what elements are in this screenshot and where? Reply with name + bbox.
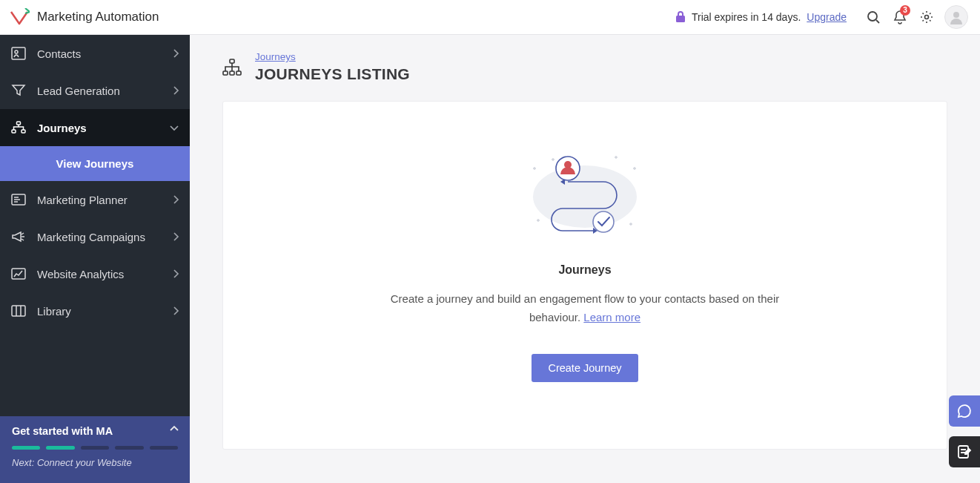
svg-point-17 xyxy=(533,165,637,228)
subitem-label: View Journeys xyxy=(56,157,134,170)
page-header: Journeys JOURNEYS LISTING xyxy=(190,35,980,83)
sidebar-item-website-analytics[interactable]: Website Analytics xyxy=(0,255,190,292)
sidebar-item-library[interactable]: Library xyxy=(0,292,190,329)
svg-rect-11 xyxy=(12,269,25,279)
contacts-icon xyxy=(10,47,27,60)
progress-step xyxy=(46,446,74,450)
svg-rect-13 xyxy=(230,59,234,63)
progress-step xyxy=(81,446,109,450)
sidebar-item-journeys[interactable]: Journeys xyxy=(0,109,190,146)
svg-rect-9 xyxy=(21,130,25,133)
journeys-page-icon xyxy=(222,59,242,76)
app-logo-icon xyxy=(9,8,30,26)
svg-line-2 xyxy=(876,20,879,23)
trial-text: Trial expires in 14 days. xyxy=(692,11,801,23)
create-journey-button[interactable]: Create Journey xyxy=(532,354,638,382)
empty-state-description: Create a journey and build an engagement… xyxy=(377,290,792,327)
svg-rect-7 xyxy=(17,122,21,125)
chevron-right-icon xyxy=(172,85,179,96)
chevron-right-icon xyxy=(172,269,179,279)
breadcrumb-link[interactable]: Journeys xyxy=(255,51,410,62)
sidebar-item-label: Lead Generation xyxy=(37,85,120,97)
chat-support-button[interactable] xyxy=(949,395,980,427)
svg-point-3 xyxy=(925,16,929,19)
get-started-next: Next: Connect your Website xyxy=(12,457,178,468)
svg-rect-16 xyxy=(236,71,241,75)
get-started-progress xyxy=(12,446,178,450)
app-title: Marketing Automation xyxy=(37,10,159,24)
svg-rect-14 xyxy=(223,71,228,75)
chevron-right-icon xyxy=(172,194,179,205)
chevron-right-icon xyxy=(172,48,179,59)
sidebar-subitem-view-journeys[interactable]: View Journeys xyxy=(0,146,190,181)
page-header-text: Journeys JOURNEYS LISTING xyxy=(255,51,410,83)
empty-state-title: Journeys xyxy=(558,263,611,277)
chevron-right-icon xyxy=(172,306,179,316)
sidebar-item-lead-generation[interactable]: Lead Generation xyxy=(0,72,190,109)
sidebar-item-marketing-planner[interactable]: Marketing Planner xyxy=(0,181,190,218)
lead-generation-icon xyxy=(10,84,27,97)
sidebar-item-label: Website Analytics xyxy=(37,268,124,280)
chevron-up-icon xyxy=(169,425,179,433)
sidebar-item-label: Library xyxy=(37,305,71,318)
svg-rect-8 xyxy=(12,130,16,133)
svg-point-20 xyxy=(593,211,614,232)
progress-step xyxy=(150,446,178,450)
user-avatar[interactable] xyxy=(944,5,968,29)
trial-status: Trial expires in 14 days. Upgrade xyxy=(675,11,847,23)
lock-icon xyxy=(675,11,686,23)
svg-rect-15 xyxy=(230,71,234,75)
chevron-down-icon xyxy=(169,124,179,131)
empty-state-card: Journeys Create a journey and build an e… xyxy=(222,101,947,450)
sidebar-item-label: Marketing Campaigns xyxy=(37,231,145,243)
campaigns-icon xyxy=(10,230,27,243)
app-logo-wrap: Marketing Automation xyxy=(9,8,159,26)
journeys-icon xyxy=(10,121,27,134)
svg-point-6 xyxy=(15,50,18,53)
get-started-card[interactable]: Get started with MA Next: Connect your W… xyxy=(0,416,190,483)
sidebar-item-contacts[interactable]: Contacts xyxy=(0,35,190,72)
chevron-right-icon xyxy=(172,231,179,242)
library-icon xyxy=(10,304,27,318)
sidebar-item-label: Contacts xyxy=(37,47,81,60)
sidebar: Contacts Lead Generation Journeys xyxy=(0,35,190,483)
analytics-icon xyxy=(10,267,27,280)
notifications-icon[interactable]: 3 xyxy=(887,4,913,30)
svg-rect-0 xyxy=(676,16,685,22)
app-header: Marketing Automation Trial expires in 14… xyxy=(0,0,980,35)
progress-step xyxy=(12,446,40,450)
notification-badge: 3 xyxy=(900,5,910,16)
learn-more-link[interactable]: Learn more xyxy=(583,311,640,323)
journeys-illustration xyxy=(522,146,648,243)
sidebar-item-label: Journeys xyxy=(37,122,87,134)
sidebar-nav: Contacts Lead Generation Journeys xyxy=(0,35,190,416)
progress-step xyxy=(115,446,143,450)
svg-rect-12 xyxy=(12,306,25,316)
feedback-button[interactable] xyxy=(949,436,980,467)
planner-icon xyxy=(10,193,27,206)
get-started-title: Get started with MA xyxy=(12,425,178,437)
sidebar-item-label: Marketing Planner xyxy=(37,194,128,206)
svg-rect-5 xyxy=(12,47,25,59)
svg-point-1 xyxy=(868,12,877,21)
settings-icon[interactable] xyxy=(913,4,940,30)
search-icon[interactable] xyxy=(860,4,887,30)
svg-point-4 xyxy=(953,12,959,18)
upgrade-link[interactable]: Upgrade xyxy=(807,11,847,23)
main-content: Journeys JOURNEYS LISTING xyxy=(190,35,980,483)
sidebar-item-marketing-campaigns[interactable]: Marketing Campaigns xyxy=(0,218,190,255)
page-title: JOURNEYS LISTING xyxy=(255,65,410,83)
